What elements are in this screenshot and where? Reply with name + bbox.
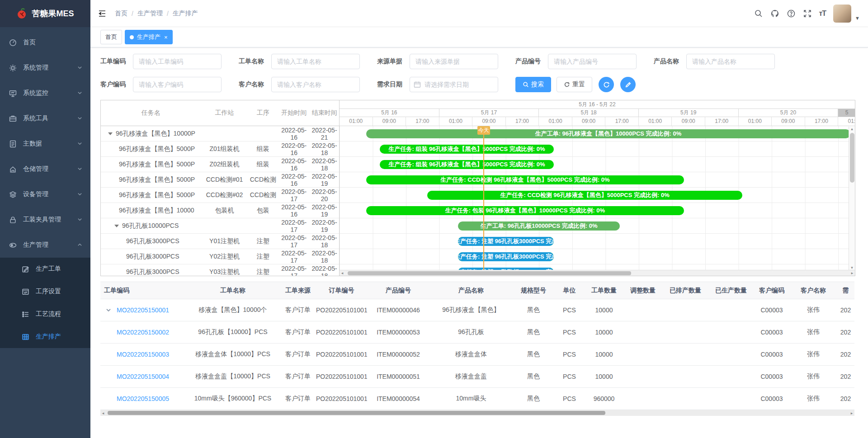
table-horizontal-scrollbar[interactable]: ◂ ▸ (100, 410, 854, 416)
scrollbar-thumb[interactable] (348, 271, 631, 275)
table-row[interactable]: MO202205150005 10mm吸头【960000】PCS 客户订单 PO… (100, 388, 854, 410)
mo-link[interactable]: MO202205150002 (100, 321, 186, 344)
mo-link[interactable]: MO202205150005 (100, 388, 186, 410)
gantt-bar-row: 生产工单: 96孔孔板10000PCS 完成比例: 0% (340, 218, 855, 234)
customer-name-input[interactable] (271, 77, 360, 92)
app-window: 苦糖果MES 首页 系统管理 系统监控 系统工具 (0, 0, 868, 438)
sidebar-item-system-mgmt[interactable]: 系统管理 (0, 55, 90, 80)
brand-logo[interactable]: 苦糖果MES (0, 0, 90, 27)
adjust-qty (623, 344, 662, 366)
customer-code-input[interactable] (133, 77, 222, 92)
scrollbar-thumb[interactable] (108, 411, 605, 415)
user-dropdown-caret-icon[interactable]: ▼ (855, 15, 860, 21)
field-label: 客户编码 (100, 80, 133, 89)
gantt-grid-row[interactable]: 96孔孔板3000PCS Y03注塑机 注塑 2022-05-17 2022-0… (101, 264, 339, 276)
sidebar-item-system-tools[interactable]: 系统工具 (0, 106, 90, 131)
gantt-bar[interactable]: 生产任务: CCD检测 96孔移液盒【黑色】5000PCS 完成比例: 0% (427, 191, 743, 200)
breadcrumb-production-mgmt[interactable]: 生产管理 (137, 9, 163, 18)
gantt-bar[interactable]: 生产工单: 96孔移液盒【黑色】10000PCS 完成比例: 0% (366, 129, 850, 138)
gantt-vertical-scrollbar[interactable]: ▴ ▾ (849, 127, 855, 270)
avatar[interactable] (833, 5, 851, 23)
sidebar-item-production-order[interactable]: 生产工单 (0, 258, 90, 280)
gantt-bar[interactable]: 生产任务: 组装 96孔移液盒【黑色】5000PCS 完成比例: 0% (380, 145, 554, 154)
sidebar-item-process-flow[interactable]: 工艺流程 (0, 303, 90, 325)
col-header-customer-name: 客户名称 (790, 282, 837, 299)
end-time: 2022-05-20 (310, 188, 339, 203)
table-row[interactable]: MO202205150004 移液盒盒盖【10000】PCS 客户订单 PO20… (100, 366, 854, 388)
gantt-grid-row[interactable]: 96孔移液盒【黑色】5000P Z01组装机 组装 2022-05-16 202… (101, 141, 339, 157)
sidebar-item-warehouse-mgmt[interactable]: 仓储管理 (0, 156, 90, 182)
workstation: Y02注塑机 (201, 253, 248, 261)
help-icon[interactable] (787, 9, 796, 18)
task-name: 96孔移液盒【黑色】5000P (119, 176, 195, 184)
scroll-up-arrow-icon[interactable]: ▴ (851, 127, 853, 131)
chevron-down-icon[interactable] (106, 307, 111, 312)
gantt-bar[interactable]: 生产工单: 96孔孔板10000PCS 完成比例: 0% (458, 221, 620, 231)
gantt-grid-row[interactable]: 96孔孔板10000PCS 2022-05-17 2022-05-19 (101, 218, 339, 234)
gantt-horizontal-scrollbar[interactable]: ◂ ▸ (340, 270, 855, 276)
scrollbar-thumb[interactable] (850, 133, 854, 183)
scroll-right-arrow-icon[interactable]: ▸ (849, 411, 854, 415)
gantt-body: 今天 生产工单: 96孔移液盒【黑色】10000PCS 完成比例: 0% 生产任… (340, 126, 855, 276)
unit: PCS (554, 321, 585, 344)
workorder-name-input[interactable] (271, 54, 360, 69)
tab-home[interactable]: 首页 (100, 30, 122, 44)
sidebar-item-equipment-mgmt[interactable]: 设备管理 (0, 182, 90, 207)
list-icon (22, 311, 29, 318)
scroll-left-arrow-icon[interactable]: ◂ (100, 411, 106, 415)
product-code-input[interactable] (548, 54, 637, 69)
scroll-down-arrow-icon[interactable]: ▾ (851, 265, 853, 270)
sidebar-item-production-scheduling[interactable]: 生产排产 (0, 325, 90, 348)
gantt-bar[interactable]: 生产任务: CCD检测 96孔移液盒【黑色】5000PCS 完成比例: 0% (366, 175, 684, 184)
sidebar-collapse-icon[interactable] (98, 9, 107, 18)
gantt-grid-row[interactable]: 96孔移液盒【黑色】5000P Z02组装机 组装 2022-05-16 202… (101, 157, 339, 172)
scroll-right-arrow-icon[interactable]: ▸ (849, 271, 855, 275)
edit-button[interactable] (620, 77, 636, 92)
scroll-left-arrow-icon[interactable]: ◂ (340, 271, 345, 275)
mo-link[interactable]: MO202205150004 (100, 366, 186, 388)
day-cell: 5月 18 (539, 109, 639, 117)
product-name-input[interactable] (686, 54, 775, 69)
refresh-gantt-button[interactable] (599, 77, 614, 92)
search-button[interactable]: 搜索 (515, 77, 551, 92)
breadcrumb-home[interactable]: 首页 (115, 9, 127, 18)
expand-triangle-icon[interactable] (108, 132, 113, 135)
gantt-grid-row[interactable]: 96孔孔板3000PCS Y02注塑机 注塑 2022-05-17 2022-0… (101, 249, 339, 264)
sidebar-item-master-data[interactable]: 主数据 (0, 131, 90, 156)
font-size-icon[interactable]: ᴛT (819, 9, 826, 18)
breadcrumb-production-scheduling[interactable]: 生产排产 (173, 9, 198, 18)
gantt-bar[interactable]: 生产任务: 注塑 96孔孔板3000PCS 完成 (458, 252, 554, 261)
gantt-grid-row[interactable]: 96孔孔板3000PCS Y01注塑机 注塑 2022-05-17 2022-0… (101, 234, 339, 249)
search-icon[interactable] (754, 9, 763, 18)
sidebar-item-fixture-mgmt[interactable]: 工装夹具管理 (0, 207, 90, 232)
github-icon[interactable] (770, 9, 779, 18)
process: CCD检测 (248, 191, 278, 199)
sidebar-item-home[interactable]: 首页 (0, 30, 90, 55)
table-row[interactable]: MO202205150003 移液盒盒体【10000】PCS 客户订单 PO20… (100, 344, 854, 366)
sidebar-item-process-settings[interactable]: 工序设置 (0, 280, 90, 303)
hour-cell: 17:00 (605, 117, 639, 126)
sidebar-item-system-monitor[interactable]: 系统监控 (0, 80, 90, 106)
workorder-code-input[interactable] (133, 54, 222, 69)
gantt-bar[interactable]: 生产任务: 组装 96孔移液盒【黑色】5000PCS 完成比例: 0% (380, 160, 554, 169)
gantt-grid-row[interactable]: 96孔移液盒【黑色】5000P CCD检测#02 CCD检测 2022-05-1… (101, 188, 339, 203)
expand-triangle-icon[interactable] (114, 225, 119, 227)
sidebar-item-production-mgmt[interactable]: 生产管理 (0, 232, 90, 258)
table-row[interactable]: MO202205150002 96孔孔板【10000】PCS 客户订单 PO20… (100, 321, 854, 344)
tab-label: 生产排产 (137, 33, 160, 41)
mo-link[interactable]: MO202205150001 (100, 299, 186, 321)
demand-date-input[interactable] (410, 77, 498, 92)
tab-production-scheduling[interactable]: 生产排产 × (125, 30, 173, 44)
gantt-bar[interactable]: 生产任务: 注塑 96孔孔板3000PCS 完成 (458, 237, 554, 246)
reset-button[interactable]: 重置 (557, 77, 592, 92)
close-icon[interactable]: × (164, 34, 168, 41)
gantt-grid-row[interactable]: 96孔移液盒【黑色】10000 包装机 包装 2022-05-16 2022-0… (101, 203, 339, 218)
source-doc-input[interactable] (410, 54, 498, 69)
table-row[interactable]: MO202205150001 移液盒【黑色】10000个 客户订单 PO2022… (100, 299, 854, 321)
product-name: 移液盒盒体 (429, 344, 513, 366)
gantt-grid-row[interactable]: 96孔移液盒【黑色】10000P 2022-05-16 2022-05-21 (101, 126, 339, 141)
fullscreen-icon[interactable] (803, 9, 812, 18)
mo-link[interactable]: MO202205150003 (100, 344, 186, 366)
gantt-grid-row[interactable]: 96孔移液盒【黑色】5000P CCD检测#01 CCD检测 2022-05-1… (101, 172, 339, 188)
gantt-bar[interactable]: 生产任务: 包装 96孔移液盒【黑色】10000PCS 完成比例: 0% (366, 206, 684, 215)
